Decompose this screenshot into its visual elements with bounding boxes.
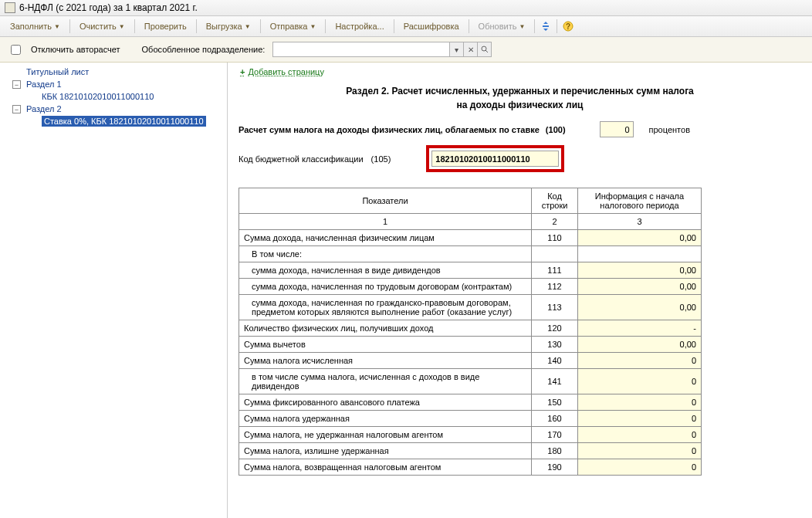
app-icon bbox=[5, 2, 15, 13]
row-code: 180 bbox=[532, 443, 578, 459]
send-button[interactable]: Отправка▼ bbox=[263, 19, 323, 34]
section-title: Раздел 2. Расчет исчисленных, удержанных… bbox=[239, 84, 801, 112]
row-label: Сумма налога исчисленная bbox=[239, 353, 532, 369]
row-value[interactable]: 0 bbox=[578, 353, 702, 369]
chevron-down-icon: ▼ bbox=[310, 23, 316, 30]
row-label: В том числе: bbox=[239, 246, 532, 262]
rate-input[interactable] bbox=[600, 121, 634, 137]
row-code: 110 bbox=[532, 230, 578, 246]
th-info: Информация с начала налогового периода bbox=[578, 188, 702, 214]
table-row: сумма дохода, начисленная по гражданско-… bbox=[239, 295, 702, 320]
row-value[interactable]: 0,00 bbox=[578, 295, 702, 320]
table-row: Сумма налога исчисленная1400 bbox=[239, 353, 702, 369]
export-button[interactable]: Выгрузка▼ bbox=[199, 19, 258, 34]
clear-button[interactable]: Очистить▼ bbox=[73, 19, 132, 34]
colnum-1: 1 bbox=[239, 214, 532, 230]
data-table: Показатели Код строки Информация с начал… bbox=[239, 188, 702, 476]
colnum-3: 3 bbox=[578, 214, 702, 230]
window-title: 6-НДФЛ (с 2021 года) за 1 квартал 2021 г… bbox=[19, 2, 198, 13]
chevron-down-icon: ▼ bbox=[54, 23, 60, 30]
table-row: Сумма налога, не удержанная налоговым аг… bbox=[239, 427, 702, 443]
row-code: 170 bbox=[532, 427, 578, 443]
row-code: 140 bbox=[532, 353, 578, 369]
decode-button[interactable]: Расшифровка bbox=[397, 19, 466, 34]
row-value[interactable]: 0,00 bbox=[578, 337, 702, 353]
table-row: сумма дохода, начисленная по трудовым до… bbox=[239, 279, 702, 295]
kbk-input[interactable] bbox=[431, 151, 559, 167]
table-row: Сумма налога удержанная1600 bbox=[239, 411, 702, 427]
settings-button[interactable]: Настройка... bbox=[328, 19, 391, 34]
row-value[interactable]: 0,00 bbox=[578, 230, 702, 246]
fill-button[interactable]: Заполнить▼ bbox=[3, 19, 67, 34]
row-label: Сумма вычетов bbox=[239, 337, 532, 353]
row-value[interactable]: 0 bbox=[578, 443, 702, 459]
autorecalc-label: Отключить авторасчет bbox=[31, 45, 120, 54]
subdivision-label: Обособленное подразделение: bbox=[142, 45, 266, 54]
row-label: Сумма фиксированного авансового платежа bbox=[239, 394, 532, 411]
row-value[interactable]: - bbox=[578, 320, 702, 337]
rate-line: Расчет сумм налога на доходы физических … bbox=[239, 121, 801, 137]
table-row: сумма дохода, начисленная в виде дивиден… bbox=[239, 262, 702, 279]
chevron-down-icon: ▼ bbox=[519, 23, 525, 30]
chevron-down-icon: ▼ bbox=[119, 23, 125, 30]
th-indicator: Показатели bbox=[239, 188, 532, 214]
row-code bbox=[532, 246, 578, 262]
collapse-icon[interactable]: − bbox=[12, 105, 21, 113]
row-value[interactable]: 0 bbox=[578, 369, 702, 394]
titlebar: 6-НДФЛ (с 2021 года) за 1 квартал 2021 г… bbox=[0, 0, 812, 16]
subdivision-combo[interactable]: ▾ ✕ bbox=[272, 42, 492, 57]
subdivision-input[interactable] bbox=[272, 42, 450, 57]
row-value[interactable]: 0 bbox=[578, 427, 702, 443]
tree-sidebar: Титульный лист − Раздел 1 КБК 1821010201… bbox=[0, 63, 228, 518]
table-row: в том числе сумма налога, исчисленная с … bbox=[239, 369, 702, 394]
row-label: Количество физических лиц, получивших до… bbox=[239, 320, 532, 337]
main-panel: + Добавить страницу Раздел 2. Расчет исч… bbox=[228, 63, 812, 518]
add-page-link[interactable]: + Добавить страницу bbox=[240, 67, 801, 76]
kbk-row: Код бюджетной классификации (105) bbox=[239, 145, 801, 172]
row-value[interactable]: 0 bbox=[578, 459, 702, 476]
row-value[interactable]: 0 bbox=[578, 394, 702, 411]
combo-dropdown-icon[interactable]: ▾ bbox=[450, 42, 464, 57]
row-label: Сумма налога, возвращенная налоговым аге… bbox=[239, 459, 532, 476]
row-code: 113 bbox=[532, 295, 578, 320]
row-value bbox=[578, 246, 702, 262]
row-label: сумма дохода, начисленная по трудовым до… bbox=[239, 279, 532, 295]
collapse-icon[interactable]: − bbox=[12, 80, 21, 89]
row-code: 112 bbox=[532, 279, 578, 295]
row-value[interactable]: 0 bbox=[578, 411, 702, 427]
row-code: 141 bbox=[532, 369, 578, 394]
svg-line-4 bbox=[486, 50, 488, 52]
row-label: Сумма дохода, начисленная физическим лиц… bbox=[239, 230, 532, 246]
tree-title-page[interactable]: Титульный лист bbox=[0, 66, 227, 78]
tree-section2[interactable]: − Раздел 2 bbox=[0, 103, 227, 115]
row-value[interactable]: 0,00 bbox=[578, 279, 702, 295]
row-label: Сумма налога, не удержанная налоговым аг… bbox=[239, 427, 532, 443]
colnum-2: 2 bbox=[532, 214, 578, 230]
combo-search-icon[interactable] bbox=[478, 42, 492, 57]
refresh-button[interactable]: Обновить▼ bbox=[472, 19, 533, 34]
row-label: сумма дохода, начисленная по гражданско-… bbox=[239, 295, 532, 320]
row-code: 130 bbox=[532, 337, 578, 353]
table-row: Сумма дохода, начисленная физическим лиц… bbox=[239, 230, 702, 246]
svg-text:?: ? bbox=[566, 22, 570, 31]
th-code: Код строки bbox=[532, 188, 578, 214]
row-label: Сумма налога, излишне удержанная bbox=[239, 443, 532, 459]
row-label: Сумма налога удержанная bbox=[239, 411, 532, 427]
kbk-highlight bbox=[426, 145, 564, 172]
check-button[interactable]: Проверить bbox=[137, 19, 194, 34]
tree-section1-kbk[interactable]: КБК 18210102010011000110 bbox=[0, 90, 227, 103]
svg-rect-0 bbox=[543, 25, 549, 27]
row-code: 120 bbox=[532, 320, 578, 337]
tree-section2-rate[interactable]: Ставка 0%, КБК 18210102010011000110 bbox=[0, 115, 227, 127]
row-value[interactable]: 0,00 bbox=[578, 262, 702, 279]
table-row: В том числе: bbox=[239, 246, 702, 262]
table-row: Сумма вычетов1300,00 bbox=[239, 337, 702, 353]
table-row: Количество физических лиц, получивших до… bbox=[239, 320, 702, 337]
tree-section1[interactable]: − Раздел 1 bbox=[0, 78, 227, 90]
autorecalc-checkbox[interactable] bbox=[11, 45, 21, 55]
expand-icon[interactable] bbox=[537, 18, 554, 35]
help-icon[interactable]: ? bbox=[560, 18, 577, 35]
row-label: в том числе сумма налога, исчисленная с … bbox=[239, 369, 532, 394]
row-code: 111 bbox=[532, 262, 578, 279]
combo-clear-icon[interactable]: ✕ bbox=[464, 42, 478, 57]
